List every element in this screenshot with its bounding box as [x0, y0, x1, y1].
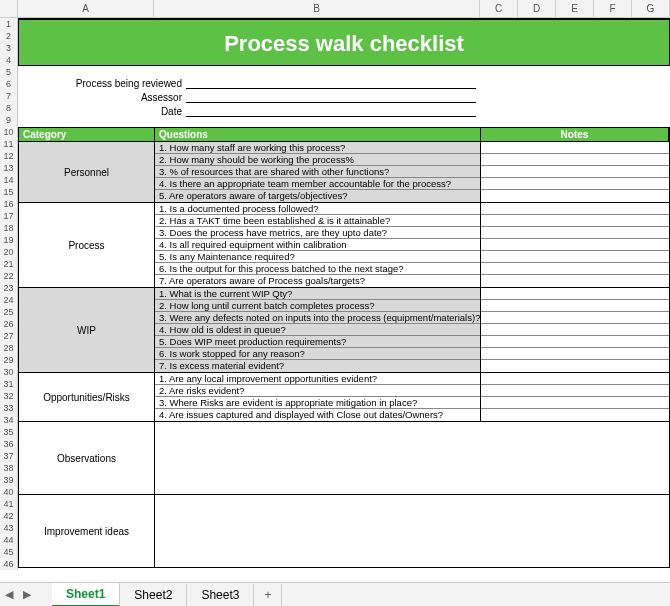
- question-cell[interactable]: 7. Is excess material evident?: [155, 360, 480, 372]
- row-header-42[interactable]: 42: [0, 510, 17, 522]
- question-cell[interactable]: 3. Does the process have metrics, are th…: [155, 227, 480, 239]
- notes-cell[interactable]: [481, 227, 669, 239]
- row-header-6[interactable]: 6: [0, 78, 17, 90]
- col-header-g[interactable]: G: [632, 0, 670, 17]
- notes-cell[interactable]: [481, 190, 669, 202]
- sheet-nav-prev[interactable]: ◀: [0, 588, 18, 601]
- row-header-9[interactable]: 9: [0, 114, 17, 126]
- meta-input-assessor[interactable]: [186, 91, 476, 103]
- notes-cell[interactable]: [481, 239, 669, 251]
- notes-cell[interactable]: [481, 154, 669, 166]
- question-cell[interactable]: 1. Is a documented process followed?: [155, 203, 480, 215]
- row-header-28[interactable]: 28: [0, 342, 17, 354]
- row-header-12[interactable]: 12: [0, 150, 17, 162]
- sheet-tab-3[interactable]: Sheet3: [187, 584, 254, 606]
- row-header-46[interactable]: 46: [0, 558, 17, 570]
- row-header-31[interactable]: 31: [0, 378, 17, 390]
- row-header-30[interactable]: 30: [0, 366, 17, 378]
- row-header-38[interactable]: 38: [0, 462, 17, 474]
- notes-cell[interactable]: [481, 300, 669, 312]
- notes-cell[interactable]: [481, 336, 669, 348]
- notes-cell[interactable]: [481, 288, 669, 300]
- row-header-16[interactable]: 16: [0, 198, 17, 210]
- notes-cell[interactable]: [481, 385, 669, 397]
- row-header-36[interactable]: 36: [0, 438, 17, 450]
- row-header-8[interactable]: 8: [0, 102, 17, 114]
- question-cell[interactable]: 6. Is work stopped for any reason?: [155, 348, 480, 360]
- sheet-tab-add[interactable]: +: [254, 584, 282, 606]
- question-cell[interactable]: 3. Were any defects noted on inputs into…: [155, 312, 480, 324]
- notes-cell[interactable]: [481, 203, 669, 215]
- question-cell[interactable]: 2. Has a TAKT time been established & is…: [155, 215, 480, 227]
- col-header-c[interactable]: C: [480, 0, 518, 17]
- sheet-tab-1[interactable]: Sheet1: [52, 583, 120, 607]
- row-header-37[interactable]: 37: [0, 450, 17, 462]
- notes-cell[interactable]: [481, 409, 669, 421]
- question-cell[interactable]: 4. Is all required equipment within cali…: [155, 239, 480, 251]
- row-header-7[interactable]: 7: [0, 90, 17, 102]
- row-header-23[interactable]: 23: [0, 282, 17, 294]
- sheet-nav-next[interactable]: ▶: [18, 588, 36, 601]
- question-cell[interactable]: 2. How many should be working the proces…: [155, 154, 480, 166]
- question-cell[interactable]: 1. What is the current WIP Qty?: [155, 288, 480, 300]
- question-cell[interactable]: 5. Are operators aware of targets/object…: [155, 190, 480, 202]
- row-header-10[interactable]: 10: [0, 126, 17, 138]
- meta-input-reviewed[interactable]: [186, 77, 476, 89]
- row-header-21[interactable]: 21: [0, 258, 17, 270]
- row-header-20[interactable]: 20: [0, 246, 17, 258]
- question-cell[interactable]: 3. % of resources that are shared with o…: [155, 166, 480, 178]
- row-header-34[interactable]: 34: [0, 414, 17, 426]
- notes-cell[interactable]: [481, 178, 669, 190]
- row-header-18[interactable]: 18: [0, 222, 17, 234]
- notes-cell[interactable]: [481, 215, 669, 227]
- row-header-41[interactable]: 41: [0, 498, 17, 510]
- row-header-15[interactable]: 15: [0, 186, 17, 198]
- spreadsheet-grid[interactable]: Process walk checklist Process being rev…: [18, 18, 670, 582]
- question-cell[interactable]: 2. Are risks evident?: [155, 385, 480, 397]
- col-header-f[interactable]: F: [594, 0, 632, 17]
- row-header-35[interactable]: 35: [0, 426, 17, 438]
- row-header-22[interactable]: 22: [0, 270, 17, 282]
- freeform-cell[interactable]: [155, 422, 669, 494]
- notes-cell[interactable]: [481, 166, 669, 178]
- row-header-19[interactable]: 19: [0, 234, 17, 246]
- question-cell[interactable]: 7. Are operators aware of Process goals/…: [155, 275, 480, 287]
- row-header-4[interactable]: 4: [0, 54, 17, 66]
- row-header-5[interactable]: 5: [0, 66, 17, 78]
- sheet-tab-2[interactable]: Sheet2: [120, 584, 187, 606]
- row-header-27[interactable]: 27: [0, 330, 17, 342]
- row-header-43[interactable]: 43: [0, 522, 17, 534]
- notes-cell[interactable]: [481, 360, 669, 372]
- notes-cell[interactable]: [481, 142, 669, 154]
- question-cell[interactable]: 1. Are any local improvement opportuniti…: [155, 373, 480, 385]
- row-header-13[interactable]: 13: [0, 162, 17, 174]
- meta-input-date[interactable]: [186, 105, 476, 117]
- question-cell[interactable]: 1. How many staff are working this proce…: [155, 142, 480, 154]
- row-header-45[interactable]: 45: [0, 546, 17, 558]
- row-header-33[interactable]: 33: [0, 402, 17, 414]
- col-header-d[interactable]: D: [518, 0, 556, 17]
- row-header-2[interactable]: 2: [0, 30, 17, 42]
- row-header-3[interactable]: 3: [0, 42, 17, 54]
- freeform-cell[interactable]: [155, 495, 669, 567]
- question-cell[interactable]: 5. Does WIP meet production requirements…: [155, 336, 480, 348]
- col-header-e[interactable]: E: [556, 0, 594, 17]
- row-header-29[interactable]: 29: [0, 354, 17, 366]
- question-cell[interactable]: 4. Is there an appropriate team member a…: [155, 178, 480, 190]
- question-cell[interactable]: 2. How long until current batch complete…: [155, 300, 480, 312]
- question-cell[interactable]: 5. Is any Maintenance required?: [155, 251, 480, 263]
- row-header-1[interactable]: 1: [0, 18, 17, 30]
- notes-cell[interactable]: [481, 373, 669, 385]
- notes-cell[interactable]: [481, 397, 669, 409]
- row-header-14[interactable]: 14: [0, 174, 17, 186]
- row-header-39[interactable]: 39: [0, 474, 17, 486]
- row-header-25[interactable]: 25: [0, 306, 17, 318]
- row-header-40[interactable]: 40: [0, 486, 17, 498]
- row-header-24[interactable]: 24: [0, 294, 17, 306]
- notes-cell[interactable]: [481, 348, 669, 360]
- notes-cell[interactable]: [481, 275, 669, 287]
- notes-cell[interactable]: [481, 312, 669, 324]
- question-cell[interactable]: 4. How old is oldest in queue?: [155, 324, 480, 336]
- row-header-17[interactable]: 17: [0, 210, 17, 222]
- notes-cell[interactable]: [481, 251, 669, 263]
